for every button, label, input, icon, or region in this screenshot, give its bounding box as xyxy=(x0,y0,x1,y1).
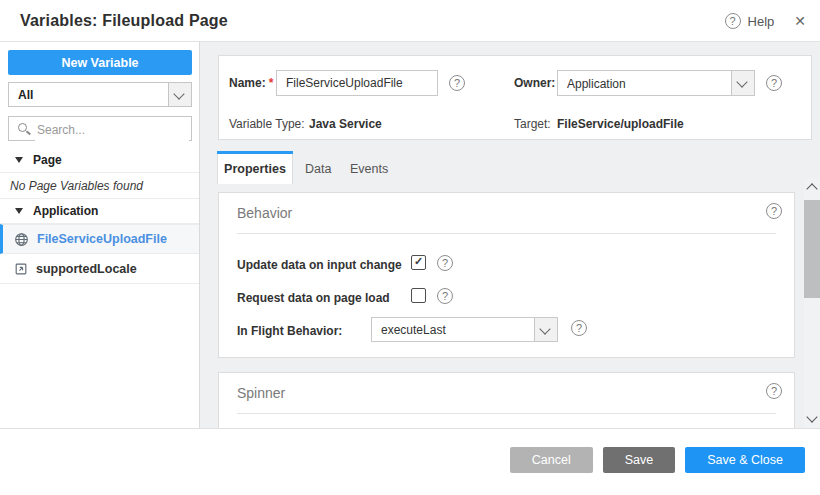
check-icon: ✓ xyxy=(414,255,423,267)
name-help-icon[interactable]: ? xyxy=(449,75,465,91)
section-divider xyxy=(237,413,776,414)
java-service-variable-icon xyxy=(14,232,29,247)
owner-label-text: Owner: xyxy=(514,76,555,90)
variable-summary-card: Name:* ? Owner:* Application ? Variable … xyxy=(218,55,812,140)
variables-sidebar: New Variable All Page No Page Variables … xyxy=(0,42,200,428)
search-icon xyxy=(18,123,27,132)
section-divider xyxy=(237,233,776,234)
variables-tree: Page No Page Variables found Application… xyxy=(0,148,199,284)
request-data-label: Request data on page load xyxy=(237,291,390,305)
scroll-up-icon[interactable] xyxy=(806,183,817,194)
page-title: Variables: Fileupload Page xyxy=(20,0,228,42)
header-actions: ? Help ✕ xyxy=(725,0,812,42)
tree-section-application[interactable]: Application xyxy=(0,199,199,224)
active-tab-indicator xyxy=(217,151,293,154)
scroll-down-icon[interactable] xyxy=(806,411,817,422)
dialog-footer: Cancel Save Save & Close xyxy=(0,428,820,495)
model-variable-icon xyxy=(14,262,28,276)
owner-select[interactable]: Application xyxy=(557,70,755,96)
properties-scrollbar[interactable] xyxy=(804,178,820,428)
variable-name: supportedLocale xyxy=(36,262,137,276)
footer-buttons: Cancel Save Save & Close xyxy=(510,447,805,473)
variable-name: FileServiceUploadFile xyxy=(37,232,167,246)
spinner-section: Spinner ? xyxy=(218,372,795,428)
search-input[interactable] xyxy=(35,118,189,141)
owner-label: Owner:* xyxy=(514,76,563,90)
variable-item-supportedlocale[interactable]: supportedLocale xyxy=(0,254,199,284)
collapse-arrow-icon xyxy=(15,208,23,214)
save-button[interactable]: Save xyxy=(603,447,676,473)
chevron-down-icon xyxy=(539,323,550,334)
tab-label: Properties xyxy=(218,162,292,176)
tab-properties[interactable]: Properties xyxy=(217,151,293,184)
request-data-checkbox[interactable] xyxy=(411,288,426,303)
in-flight-help-icon[interactable]: ? xyxy=(571,320,587,336)
variables-dialog: Variables: Fileupload Page ? Help ✕ New … xyxy=(0,0,820,495)
tree-section-label: Application xyxy=(33,204,98,218)
close-icon[interactable]: ✕ xyxy=(794,13,806,29)
variable-item-fileserviceuploadfile[interactable]: FileServiceUploadFile xyxy=(0,224,199,254)
behavior-section-title: Behavior xyxy=(237,205,292,221)
in-flight-behavior-label: In Flight Behavior: xyxy=(237,324,342,338)
filter-selected-value: All xyxy=(18,88,33,102)
owner-help-icon[interactable]: ? xyxy=(766,75,782,91)
save-and-close-button[interactable]: Save & Close xyxy=(685,447,805,473)
required-marker: * xyxy=(269,76,274,90)
in-flight-selected-value: executeLast xyxy=(381,323,446,337)
name-label: Name:* xyxy=(229,76,273,90)
spinner-section-title: Spinner xyxy=(237,385,285,401)
filter-dropdown-button[interactable] xyxy=(168,83,191,106)
in-flight-dropdown-button[interactable] xyxy=(534,318,557,341)
in-flight-behavior-select[interactable]: executeLast xyxy=(371,317,558,342)
name-input[interactable] xyxy=(276,70,438,96)
variable-type-label: Variable Type: xyxy=(229,117,305,131)
request-data-help-icon[interactable]: ? xyxy=(437,288,453,304)
search-box xyxy=(8,116,192,141)
dialog-titlebar: Variables: Fileupload Page ? Help ✕ xyxy=(0,0,820,42)
new-variable-button[interactable]: New Variable xyxy=(8,50,192,75)
scrollbar-thumb[interactable] xyxy=(804,200,820,298)
tab-events[interactable]: Events xyxy=(350,162,388,176)
tab-data[interactable]: Data xyxy=(305,162,331,176)
chevron-down-icon xyxy=(736,76,747,87)
update-data-help-icon[interactable]: ? xyxy=(437,255,453,271)
chevron-down-icon xyxy=(173,88,184,99)
variable-filter-select[interactable]: All xyxy=(8,82,192,107)
behavior-help-icon[interactable]: ? xyxy=(766,203,782,219)
update-data-label: Update data on input change xyxy=(237,258,402,272)
name-label-text: Name: xyxy=(229,76,266,90)
update-data-checkbox[interactable]: ✓ xyxy=(411,255,426,270)
spinner-help-icon[interactable]: ? xyxy=(766,383,782,399)
tree-section-page[interactable]: Page xyxy=(0,148,199,173)
target-label: Target: xyxy=(514,117,551,131)
tree-section-label: Page xyxy=(33,153,62,167)
owner-dropdown-button[interactable] xyxy=(731,71,754,95)
collapse-arrow-icon xyxy=(15,157,23,163)
help-link[interactable]: Help xyxy=(748,14,775,29)
help-icon[interactable]: ? xyxy=(725,13,741,29)
behavior-section: Behavior ? Update data on input change ✓… xyxy=(218,192,795,358)
owner-selected-value: Application xyxy=(567,77,626,91)
cancel-button[interactable]: Cancel xyxy=(510,447,593,473)
target-value: FileService/uploadFile xyxy=(557,117,684,131)
page-empty-message: No Page Variables found xyxy=(0,173,199,199)
variable-type-value: Java Service xyxy=(309,117,382,131)
